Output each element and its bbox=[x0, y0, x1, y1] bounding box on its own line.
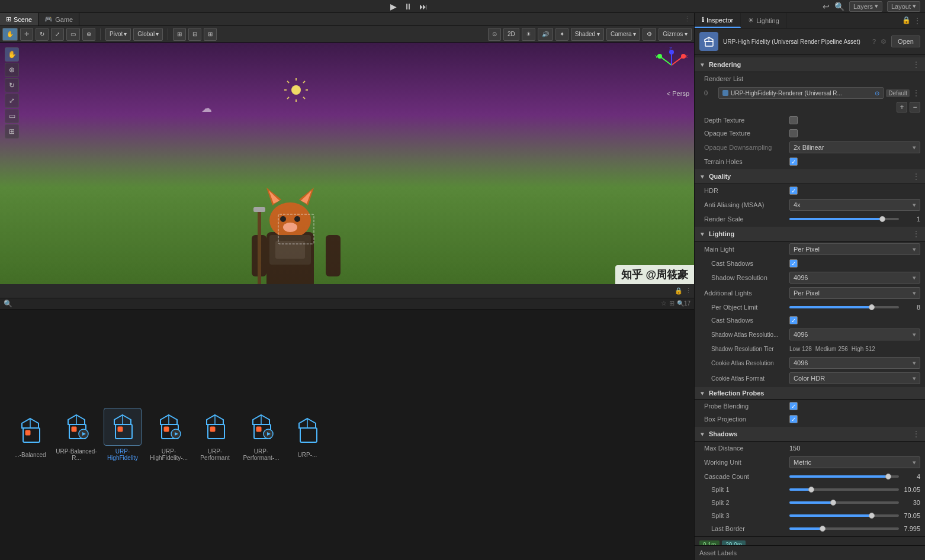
split3-slider[interactable]: 70.05 bbox=[789, 512, 920, 519]
rect-tool[interactable]: ▭ bbox=[66, 28, 80, 41]
anti-aliasing-dropdown[interactable]: 4x bbox=[789, 199, 920, 211]
pivot-dropdown[interactable]: Pivot ▾ bbox=[105, 28, 131, 41]
asset-search-input[interactable] bbox=[15, 300, 659, 307]
render-scale-slider[interactable]: 1 bbox=[789, 215, 920, 223]
last-border-thumb[interactable] bbox=[820, 526, 826, 532]
settings-icon[interactable]: ⚙ bbox=[881, 38, 887, 46]
add-renderer-button[interactable]: + bbox=[897, 102, 907, 112]
remove-renderer-button[interactable]: − bbox=[910, 102, 920, 112]
open-button[interactable]: Open bbox=[891, 36, 920, 47]
depth-texture-checkbox[interactable] bbox=[789, 116, 798, 124]
lock-inspector-icon[interactable]: 🔒 bbox=[902, 16, 911, 25]
step-button[interactable]: ⏭ bbox=[419, 2, 428, 11]
grid-layout-btn[interactable]: ⊞ bbox=[173, 28, 186, 41]
shadows-header[interactable]: ▼ Shadows ⋮ bbox=[695, 427, 925, 442]
tab-lighting[interactable]: ☀ Lighting bbox=[741, 13, 787, 28]
tab-inspector[interactable]: ℹ Inspector bbox=[695, 13, 741, 28]
scene-more-icon[interactable]: ⋮ bbox=[684, 15, 690, 23]
bookmark-icon[interactable]: ☆ bbox=[661, 300, 667, 307]
audio-toggle[interactable]: 🔊 bbox=[538, 28, 553, 41]
main-light-dropdown[interactable]: Per Pixel bbox=[789, 243, 920, 255]
lock-icon[interactable]: 🔒 bbox=[675, 287, 683, 295]
transform-tool[interactable]: ⊕ bbox=[82, 28, 95, 41]
terrain-holes-checkbox[interactable]: ✓ bbox=[789, 157, 798, 166]
asset-browser-more-icon[interactable]: ⋮ bbox=[685, 287, 692, 295]
layers-dropdown[interactable]: Layers ▾ bbox=[849, 1, 882, 12]
move-tool[interactable]: ✛ bbox=[20, 28, 33, 41]
lighting-menu[interactable]: ⋮ bbox=[912, 229, 920, 239]
per-object-limit-slider[interactable]: 8 bbox=[789, 304, 920, 311]
asset-item-performant-r[interactable]: URP-Performant-... bbox=[240, 408, 282, 461]
hand-gizmo[interactable]: ✋ bbox=[5, 47, 19, 62]
hand-tool[interactable]: ✋ bbox=[2, 28, 18, 41]
snap-btn[interactable]: ⊞ bbox=[204, 28, 217, 41]
last-border-slider[interactable]: 7.995 bbox=[789, 525, 920, 532]
more-inspector-icon[interactable]: ⋮ bbox=[913, 16, 921, 25]
search-icon[interactable]: 🔍 bbox=[834, 2, 844, 11]
split3-thumb[interactable] bbox=[869, 513, 875, 519]
question-icon[interactable]: ? bbox=[872, 38, 876, 45]
opaque-downsampling-dropdown[interactable]: 2x Bilinear bbox=[789, 141, 920, 153]
tab-scene[interactable]: ⊞ Scene bbox=[0, 13, 38, 25]
custom-gizmo[interactable]: ⊞ bbox=[5, 124, 19, 139]
lighting-header[interactable]: ▼ Lighting ⋮ bbox=[695, 227, 925, 242]
renderer-item[interactable]: URP-HighFidelity-Renderer (Universal R..… bbox=[718, 87, 884, 99]
renderer-item-menu[interactable]: ⋮ bbox=[912, 88, 920, 98]
fx-toggle[interactable]: ✦ bbox=[555, 28, 569, 41]
lighting-toggle[interactable]: ☀ bbox=[522, 28, 535, 41]
layout-dropdown[interactable]: Layout ▾ bbox=[887, 1, 920, 12]
cookie-atlas-resolution-dropdown[interactable]: 4096 bbox=[789, 357, 920, 369]
scene-view-dropdown[interactable]: Shaded ▾ bbox=[571, 28, 604, 41]
filter-icon[interactable]: ⊞ bbox=[669, 300, 675, 307]
global-dropdown[interactable]: Global ▾ bbox=[133, 28, 163, 41]
per-object-limit-thumb[interactable] bbox=[869, 304, 875, 310]
additional-lights-dropdown[interactable]: Per Pixel bbox=[789, 287, 920, 299]
asset-item-urp[interactable]: URP-... bbox=[287, 411, 328, 458]
asset-item-balanced-r[interactable]: URP-Balanced-R... bbox=[56, 408, 97, 461]
scene-settings[interactable]: ⚙ bbox=[643, 28, 656, 41]
asset-item-performant[interactable]: URP-Performant bbox=[194, 408, 236, 461]
asset-item-balanced[interactable]: ...-Balanced bbox=[9, 411, 51, 458]
scale-tool[interactable]: ⤢ bbox=[51, 28, 64, 41]
split2-slider[interactable]: 30 bbox=[789, 499, 920, 506]
cascade-count-slider[interactable]: 4 bbox=[789, 473, 920, 480]
rendering-header[interactable]: ▼ Rendering ⋮ bbox=[695, 57, 925, 72]
gizmo-toggle[interactable]: ⊙ bbox=[488, 28, 501, 41]
quality-header[interactable]: ▼ Quality ⋮ bbox=[695, 169, 925, 184]
tab-game[interactable]: 🎮 Game bbox=[38, 13, 79, 25]
cookie-atlas-format-dropdown[interactable]: Color HDR bbox=[789, 372, 920, 384]
cast-shadows-main-checkbox[interactable]: ✓ bbox=[789, 259, 798, 268]
working-unit-dropdown[interactable]: Metric bbox=[789, 456, 920, 468]
probe-blending-checkbox[interactable]: ✓ bbox=[789, 402, 798, 410]
camera-dropdown[interactable]: Camera ▾ bbox=[606, 28, 640, 41]
cast-shadows-add-checkbox[interactable]: ✓ bbox=[789, 316, 798, 324]
rect-gizmo[interactable]: ▭ bbox=[5, 109, 19, 123]
split1-thumb[interactable] bbox=[808, 487, 814, 493]
additional-lights-value: Per Pixel bbox=[789, 287, 920, 299]
cascade-count-thumb[interactable] bbox=[885, 474, 891, 479]
opaque-texture-checkbox[interactable] bbox=[789, 129, 798, 137]
split1-slider[interactable]: 10.05 bbox=[789, 486, 920, 493]
hdr-checkbox[interactable]: ✓ bbox=[789, 186, 798, 195]
scale-gizmo[interactable]: ⤢ bbox=[5, 94, 19, 108]
shadow-atlas-dropdown[interactable]: 4096 bbox=[789, 329, 920, 340]
split2-thumb[interactable] bbox=[830, 500, 836, 506]
quality-menu[interactable]: ⋮ bbox=[912, 172, 920, 181]
shadows-menu[interactable]: ⋮ bbox=[912, 429, 920, 439]
shadow-resolution-main-dropdown[interactable]: 4096 bbox=[789, 272, 920, 284]
render-scale-thumb[interactable] bbox=[879, 216, 885, 222]
undo-icon[interactable]: ↩ bbox=[823, 2, 830, 11]
grid2-btn[interactable]: ⊟ bbox=[188, 28, 201, 41]
move-gizmo[interactable]: ⊕ bbox=[5, 63, 19, 77]
asset-item-highfidelity[interactable]: URP-HighFidelity bbox=[102, 408, 143, 461]
pause-button[interactable]: ⏸ bbox=[404, 2, 412, 11]
rotate-tool[interactable]: ↻ bbox=[36, 28, 49, 41]
reflection-probes-header[interactable]: ▼ Reflection Probes bbox=[695, 387, 925, 400]
asset-item-highfidelity-r[interactable]: URP-HighFidelity-... bbox=[148, 408, 190, 461]
2d-toggle[interactable]: 2D bbox=[503, 28, 519, 41]
gizmos-toggle[interactable]: Gizmos ▾ bbox=[659, 28, 692, 41]
rendering-menu[interactable]: ⋮ bbox=[912, 60, 920, 69]
play-button[interactable]: ▶ bbox=[390, 2, 397, 11]
box-projection-checkbox[interactable]: ✓ bbox=[789, 415, 798, 423]
rotate-gizmo[interactable]: ↻ bbox=[5, 78, 19, 92]
